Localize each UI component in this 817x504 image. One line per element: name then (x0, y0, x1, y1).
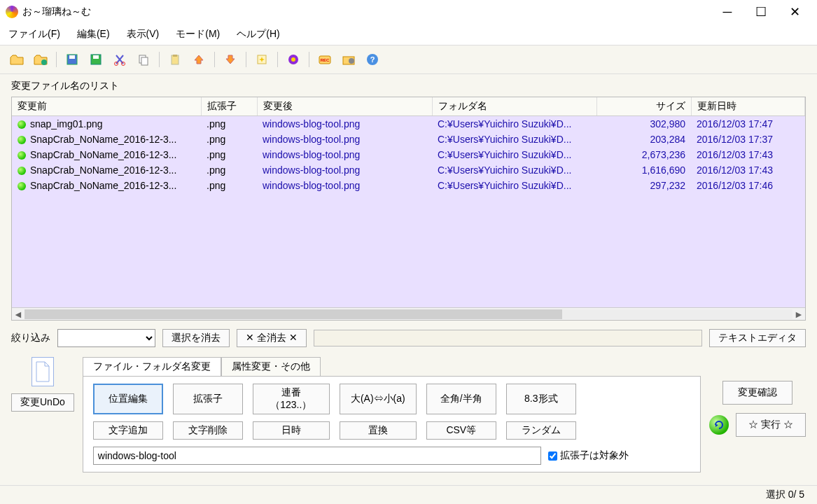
cell-size: 297,232 (596, 178, 691, 193)
open-folder-icon[interactable] (7, 50, 27, 69)
save-icon[interactable] (62, 50, 82, 69)
execute-button[interactable]: ☆ 実行 ☆ (736, 413, 806, 437)
down-arrow-icon[interactable] (221, 50, 240, 69)
filter-label: 絞り込み (11, 332, 50, 344)
refresh-icon[interactable] (709, 415, 729, 435)
table-row[interactable]: SnapCrab_NoName_2016-12-3....pngwindows-… (12, 162, 805, 178)
document-icon (32, 357, 54, 386)
cell-ext: .png (201, 116, 257, 132)
maximize-button[interactable]: ☐ (753, 4, 769, 20)
status-dot-icon (18, 167, 26, 175)
mode-83-button[interactable]: 8.3形式 (506, 384, 576, 414)
cell-ext: .png (201, 132, 257, 147)
cell-date: 2016/12/03 17:47 (691, 116, 805, 132)
ext-exclude-label: 拡張子は対象外 (560, 449, 629, 462)
gear-folder-icon[interactable] (339, 50, 358, 69)
clear-selection-button[interactable]: 選択を消去 (162, 329, 230, 347)
menu-file[interactable]: ファイル(F) (8, 28, 60, 41)
minimize-button[interactable]: ─ (719, 4, 736, 20)
cell-folder: C:¥Users¥Yuichiro Suzuki¥D... (432, 147, 596, 162)
cut-icon[interactable] (110, 50, 130, 69)
help-icon[interactable]: ? (363, 50, 382, 69)
svg-point-13 (291, 57, 295, 62)
cell-ext: .png (201, 147, 257, 162)
col-size[interactable]: サイズ (596, 97, 691, 116)
col-ext[interactable]: 拡張子 (201, 97, 257, 116)
mode-datetime-button[interactable]: 日時 (253, 421, 330, 440)
preview-bar (314, 330, 702, 346)
save-green-icon[interactable] (86, 50, 106, 69)
cell-size: 203,284 (596, 132, 691, 147)
ext-exclude-checkbox[interactable]: 拡張子は対象外 (548, 449, 629, 462)
cell-date: 2016/12/03 17:37 (691, 132, 805, 147)
scroll-right-icon[interactable]: ► (792, 309, 805, 320)
mode-random-button[interactable]: ランダム (506, 421, 576, 440)
up-arrow-icon[interactable] (189, 50, 209, 69)
cell-date: 2016/12/03 17:43 (691, 162, 805, 178)
mode-replace-button[interactable]: 置換 (340, 421, 417, 440)
status-dot-icon (18, 182, 26, 190)
cell-size: 302,980 (596, 116, 691, 132)
swirl-icon[interactable] (284, 50, 303, 69)
titlebar: お～瑠璃ね～む ─ ☐ ✕ (0, 0, 817, 24)
statusbar: 選択 0/ 5 (0, 485, 817, 504)
cell-after: windows-blog-tool.png (257, 162, 432, 178)
svg-point-17 (349, 58, 354, 64)
mode-csv-button[interactable]: CSV等 (426, 421, 496, 440)
svg-rect-4 (93, 55, 99, 59)
table-row[interactable]: SnapCrab_NoName_2016-12-3....pngwindows-… (12, 147, 805, 162)
sparkle-icon[interactable] (252, 50, 272, 69)
cell-after: windows-blog-tool.png (257, 147, 432, 162)
undo-button[interactable]: 変更UnDo (11, 393, 74, 412)
open-folder-plus-icon[interactable] (31, 50, 50, 69)
tab-rename[interactable]: ファイル・フォルダ名変更 (83, 357, 221, 376)
tab-attrs[interactable]: 属性変更・その他 (221, 357, 321, 376)
svg-rect-2 (69, 55, 75, 59)
horizontal-scrollbar[interactable]: ◄ ► (12, 307, 805, 320)
svg-rect-10 (173, 55, 177, 57)
confirm-button[interactable]: 変更確認 (722, 381, 792, 405)
mode-case-button[interactable]: 大(A)⇔小(a) (340, 384, 417, 414)
menu-view[interactable]: 表示(V) (127, 28, 160, 41)
table-row[interactable]: SnapCrab_NoName_2016-12-3....pngwindows-… (12, 132, 805, 147)
col-before[interactable]: 変更前 (12, 97, 201, 116)
mode-delchar-button[interactable]: 文字削除 (173, 421, 243, 440)
cell-date: 2016/12/03 17:43 (691, 147, 805, 162)
close-button[interactable]: ✕ (786, 4, 803, 20)
mode-addchar-button[interactable]: 文字追加 (93, 421, 163, 440)
col-folder[interactable]: フォルダ名 (432, 97, 596, 116)
menubar: ファイル(F) 編集(E) 表示(V) モード(M) ヘルプ(H) (0, 24, 817, 45)
text-editor-button[interactable]: テキストエディタ (709, 329, 806, 347)
filter-combo[interactable] (57, 329, 155, 347)
app-icon (6, 6, 18, 18)
svg-rect-8 (141, 57, 148, 65)
cell-before: SnapCrab_NoName_2016-12-3... (12, 132, 201, 147)
menu-mode[interactable]: モード(M) (176, 28, 220, 41)
cell-date: 2016/12/03 17:46 (691, 178, 805, 193)
cell-after: windows-blog-tool.png (257, 116, 432, 132)
rename-input[interactable] (93, 447, 541, 465)
ext-exclude-check[interactable] (548, 451, 557, 461)
scroll-left-icon[interactable]: ◄ (12, 309, 25, 320)
rec-icon[interactable]: REC (315, 50, 335, 69)
cell-before: SnapCrab_NoName_2016-12-3... (12, 147, 201, 162)
mode-serial-button[interactable]: 連番（123..） (253, 384, 330, 414)
window-title: お～瑠璃ね～む (22, 6, 91, 18)
clear-all-button[interactable]: ✕ 全消去 ✕ (237, 329, 307, 347)
file-table: 変更前 拡張子 変更後 フォルダ名 サイズ 更新日時 snap_img01.pn… (11, 97, 806, 321)
mode-position-button[interactable]: 位置編集 (93, 384, 163, 414)
table-row[interactable]: SnapCrab_NoName_2016-12-3....pngwindows-… (12, 178, 805, 193)
menu-edit[interactable]: 編集(E) (77, 28, 110, 41)
svg-text:?: ? (370, 55, 375, 64)
cell-ext: .png (201, 178, 257, 193)
copy-icon[interactable] (134, 50, 153, 69)
toolbar: REC ? (0, 45, 817, 74)
cell-folder: C:¥Users¥Yuichiro Suzuki¥D... (432, 178, 596, 193)
paste-icon[interactable] (165, 50, 185, 69)
mode-width-button[interactable]: 全角/半角 (426, 384, 496, 414)
table-row[interactable]: snap_img01.png.pngwindows-blog-tool.pngC… (12, 116, 805, 132)
col-after[interactable]: 変更後 (257, 97, 432, 116)
mode-ext-button[interactable]: 拡張子 (173, 384, 243, 414)
menu-help[interactable]: ヘルプ(H) (237, 28, 279, 41)
col-date[interactable]: 更新日時 (691, 97, 805, 116)
